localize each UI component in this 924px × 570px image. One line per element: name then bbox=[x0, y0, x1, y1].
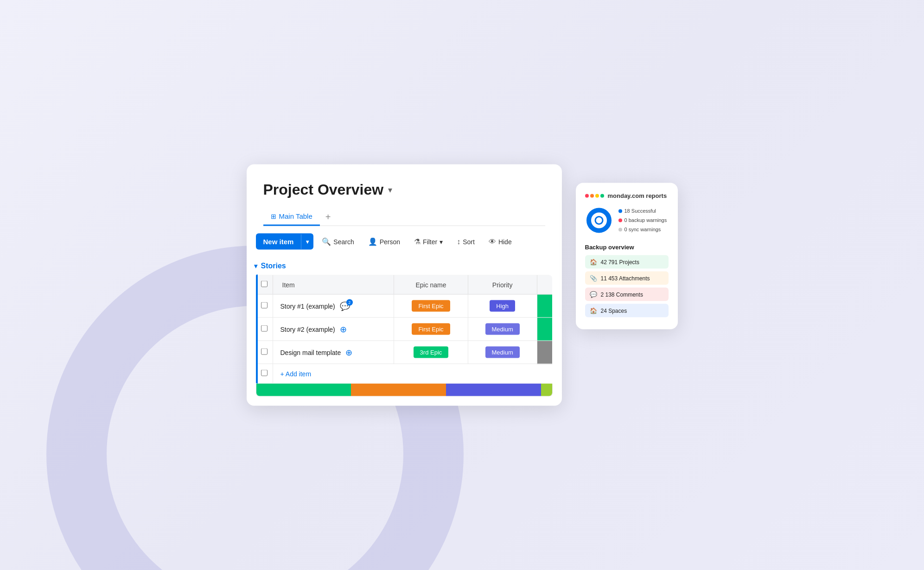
stories-group-label: Stories bbox=[261, 262, 286, 270]
select-all-checkbox[interactable] bbox=[261, 281, 268, 287]
sort-button[interactable]: ↕ Sort bbox=[451, 234, 480, 249]
row-1-epic-badge[interactable]: First Epic bbox=[412, 300, 450, 312]
table-icon: ⊞ bbox=[271, 212, 276, 220]
project-title-row: Project Overview ▾ bbox=[263, 181, 545, 198]
hide-button[interactable]: 👁 Hide bbox=[483, 234, 517, 249]
backup-overview-title: Backup overview bbox=[585, 244, 669, 251]
item-cell-content: Design mail template ⊕ bbox=[280, 347, 387, 357]
home-icon: 🏠 bbox=[590, 259, 597, 266]
toolbar: New item ▾ 🔍 Search 👤 Person ⚗ Filter ▾ … bbox=[247, 226, 562, 257]
person-label: Person bbox=[380, 238, 400, 245]
item-cell-content: Story #2 (example) ⊕ bbox=[280, 324, 387, 334]
person-icon: 👤 bbox=[368, 237, 377, 246]
donut-chart bbox=[585, 207, 613, 234]
add-item-checkbox[interactable] bbox=[261, 370, 268, 376]
main-scene: Project Overview ▾ ⊞ Main Table + New it… bbox=[247, 165, 678, 406]
logo-dot-red bbox=[585, 194, 589, 197]
table-header-row: Item Epic name Priority bbox=[256, 275, 552, 294]
backup-item-attachments: 📎 11 453 Attachments bbox=[585, 272, 669, 285]
group-chevron-icon: ▾ bbox=[254, 262, 257, 270]
search-label: Search bbox=[333, 238, 354, 245]
table-row: Story #1 (example) 💬 2 First Epic bbox=[256, 294, 552, 317]
add-item-row[interactable]: + Add item bbox=[256, 364, 552, 383]
add-item-label: + Add item bbox=[280, 370, 312, 377]
project-title-chevron[interactable]: ▾ bbox=[388, 184, 392, 195]
donut-section: 18 Successful 0 backup warnings 0 sync w… bbox=[585, 207, 669, 234]
logo-dot-orange bbox=[590, 194, 594, 197]
hide-label: Hide bbox=[498, 238, 512, 245]
filter-icon: ⚗ bbox=[414, 237, 421, 246]
new-item-button[interactable]: New item ▾ bbox=[256, 234, 314, 250]
reports-title: monday.com reports bbox=[608, 192, 667, 199]
bottom-purple-cell bbox=[446, 384, 541, 397]
row-2-epic-badge[interactable]: First Epic bbox=[412, 323, 450, 335]
bottom-lime-cell bbox=[541, 384, 552, 397]
row-1-priority-badge[interactable]: High bbox=[490, 300, 515, 312]
legend-dot-gray bbox=[618, 228, 622, 231]
backup-projects-label: 42 791 Projects bbox=[601, 259, 639, 265]
backup-comments-label: 2 138 Comments bbox=[601, 291, 643, 298]
tab-main-table-label: Main Table bbox=[279, 212, 312, 220]
legend-sync-label: 0 sync warnings bbox=[624, 225, 661, 234]
row-1-epic-cell: First Epic bbox=[394, 294, 468, 317]
row-3-extra-cell bbox=[537, 341, 552, 364]
add-tab-button[interactable]: + bbox=[320, 208, 337, 225]
comment-icon: 💬 bbox=[590, 291, 597, 298]
comment-badge: 2 bbox=[346, 299, 353, 305]
row-3-checkbox[interactable] bbox=[261, 348, 268, 355]
new-item-label: New item bbox=[256, 234, 301, 250]
svg-point-1 bbox=[595, 217, 603, 224]
priority-column-header: Priority bbox=[468, 275, 537, 294]
row-2-item-cell: Story #2 (example) ⊕ bbox=[273, 317, 394, 341]
row-1-priority-cell: High bbox=[468, 294, 537, 317]
spaces-icon: 🏠 bbox=[590, 307, 597, 314]
table-left-stripe bbox=[256, 275, 258, 384]
item-column-header: Item bbox=[273, 275, 394, 294]
donut-legend: 18 Successful 0 backup warnings 0 sync w… bbox=[618, 207, 667, 234]
tab-main-table[interactable]: ⊞ Main Table bbox=[263, 208, 320, 226]
logo-dot-yellow bbox=[595, 194, 599, 197]
legend-item-sync: 0 sync warnings bbox=[618, 225, 667, 234]
filter-label: Filter bbox=[423, 238, 437, 245]
row-2-extra-cell bbox=[537, 317, 552, 341]
sort-icon: ↕ bbox=[457, 237, 460, 246]
row-checkbox-cell bbox=[256, 317, 273, 341]
filter-button[interactable]: ⚗ Filter ▾ bbox=[408, 234, 448, 250]
legend-dot-blue bbox=[618, 209, 622, 213]
row-1-checkbox[interactable] bbox=[261, 302, 268, 309]
row-2-checkbox[interactable] bbox=[261, 325, 268, 332]
search-icon: 🔍 bbox=[322, 237, 331, 246]
table-wrapper: Item Epic name Priority Sto bbox=[247, 275, 562, 384]
logo-dot-green bbox=[600, 194, 604, 197]
sort-label: Sort bbox=[463, 238, 475, 245]
legend-item-backup: 0 backup warnings bbox=[618, 216, 667, 225]
row-3-item-cell: Design mail template ⊕ bbox=[273, 341, 394, 364]
hide-icon: 👁 bbox=[489, 237, 496, 246]
row-checkbox-cell bbox=[256, 341, 273, 364]
row-1-name: Story #1 (example) bbox=[280, 302, 335, 310]
extra-column-header bbox=[537, 275, 552, 294]
add-comment-icon[interactable]: ⊕ bbox=[345, 347, 352, 357]
add-comment-icon[interactable]: ⊕ bbox=[340, 324, 347, 334]
item-cell-content: Story #1 (example) 💬 2 bbox=[280, 301, 387, 311]
reports-header: monday.com reports bbox=[585, 192, 669, 199]
backup-item-projects: 🏠 42 791 Projects bbox=[585, 255, 669, 269]
row-3-epic-badge[interactable]: 3rd Epic bbox=[414, 347, 449, 358]
row-3-priority-badge[interactable]: Medium bbox=[485, 347, 520, 358]
checkbox-header bbox=[256, 275, 273, 294]
stories-group-header[interactable]: ▾ Stories bbox=[247, 257, 562, 275]
comment-icon[interactable]: 💬 2 bbox=[340, 301, 350, 311]
table-bottom-row bbox=[256, 384, 553, 397]
add-item-cell[interactable]: + Add item bbox=[273, 364, 552, 383]
person-button[interactable]: 👤 Person bbox=[363, 234, 406, 250]
new-item-dropdown-arrow[interactable]: ▾ bbox=[301, 234, 313, 249]
backup-attachments-label: 11 453 Attachments bbox=[601, 275, 650, 281]
row-2-priority-badge[interactable]: Medium bbox=[485, 323, 520, 335]
row-1-extra-cell bbox=[537, 294, 552, 317]
row-checkbox-cell bbox=[256, 294, 273, 317]
backup-spaces-label: 24 Spaces bbox=[601, 307, 627, 314]
search-button[interactable]: 🔍 Search bbox=[316, 234, 359, 250]
monday-logo bbox=[585, 194, 604, 197]
row-3-priority-cell: Medium bbox=[468, 341, 537, 364]
bottom-green-cell bbox=[256, 384, 351, 397]
